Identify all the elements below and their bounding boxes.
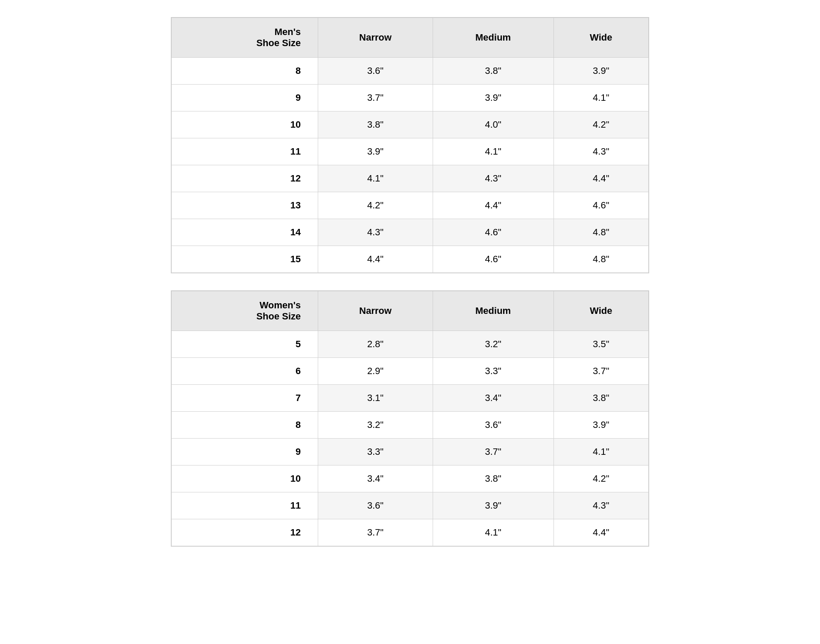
table-row: 5 2.8" 3.2" 3.5" (172, 331, 649, 358)
wide-cell: 3.5" (554, 331, 648, 358)
narrow-cell: 3.9" (318, 138, 433, 165)
table-row: 10 3.8" 4.0" 4.2" (172, 111, 649, 138)
narrow-cell: 3.2" (318, 412, 433, 439)
table-row: 8 3.2" 3.6" 3.9" (172, 412, 649, 439)
narrow-cell: 4.4" (318, 246, 433, 273)
medium-cell: 4.6" (433, 219, 554, 246)
narrow-cell: 3.4" (318, 465, 433, 492)
medium-cell: 3.8" (433, 465, 554, 492)
women-size-column-header: Women's Shoe Size (172, 291, 318, 331)
men-size-column-header: Men's Shoe Size (172, 18, 318, 58)
women-narrow-column-header: Narrow (318, 291, 433, 331)
size-cell: 14 (172, 219, 318, 246)
table-row: 14 4.3" 4.6" 4.8" (172, 219, 649, 246)
medium-cell: 3.7" (433, 439, 554, 465)
men-table-header-row: Men's Shoe Size Narrow Medium Wide (172, 18, 649, 58)
narrow-cell: 2.9" (318, 358, 433, 385)
medium-cell: 4.0" (433, 111, 554, 138)
wide-cell: 4.3" (554, 492, 648, 519)
medium-cell: 3.8" (433, 58, 554, 85)
table-row: 10 3.4" 3.8" 4.2" (172, 465, 649, 492)
wide-cell: 4.2" (554, 465, 648, 492)
size-cell: 7 (172, 385, 318, 412)
medium-cell: 3.4" (433, 385, 554, 412)
women-shoe-size-table: Women's Shoe Size Narrow Medium Wide 5 2… (171, 290, 649, 547)
size-cell: 10 (172, 111, 318, 138)
men-shoe-size-table: Men's Shoe Size Narrow Medium Wide 8 3.6… (171, 17, 649, 273)
medium-cell: 4.4" (433, 192, 554, 219)
medium-cell: 4.6" (433, 246, 554, 273)
narrow-cell: 3.7" (318, 85, 433, 111)
wide-cell: 4.4" (554, 519, 648, 546)
wide-cell: 4.2" (554, 111, 648, 138)
wide-cell: 3.7" (554, 358, 648, 385)
medium-cell: 3.2" (433, 331, 554, 358)
wide-cell: 4.8" (554, 246, 648, 273)
medium-cell: 4.3" (433, 165, 554, 192)
medium-cell: 3.9" (433, 85, 554, 111)
table-row: 9 3.7" 3.9" 4.1" (172, 85, 649, 111)
wide-cell: 4.1" (554, 85, 648, 111)
narrow-cell: 2.8" (318, 331, 433, 358)
women-table-header-row: Women's Shoe Size Narrow Medium Wide (172, 291, 649, 331)
wide-cell: 4.8" (554, 219, 648, 246)
wide-cell: 3.8" (554, 385, 648, 412)
size-cell: 5 (172, 331, 318, 358)
men-narrow-column-header: Narrow (318, 18, 433, 58)
table-row: 12 4.1" 4.3" 4.4" (172, 165, 649, 192)
narrow-cell: 3.3" (318, 439, 433, 465)
size-cell: 11 (172, 138, 318, 165)
size-cell: 12 (172, 519, 318, 546)
medium-cell: 3.6" (433, 412, 554, 439)
table-row: 13 4.2" 4.4" 4.6" (172, 192, 649, 219)
table-row: 15 4.4" 4.6" 4.8" (172, 246, 649, 273)
wide-cell: 3.9" (554, 412, 648, 439)
size-cell: 8 (172, 412, 318, 439)
size-cell: 11 (172, 492, 318, 519)
wide-cell: 4.3" (554, 138, 648, 165)
size-cell: 15 (172, 246, 318, 273)
size-cell: 9 (172, 439, 318, 465)
size-cell: 6 (172, 358, 318, 385)
table-row: 8 3.6" 3.8" 3.9" (172, 58, 649, 85)
narrow-cell: 3.8" (318, 111, 433, 138)
wide-cell: 4.1" (554, 439, 648, 465)
wide-cell: 4.4" (554, 165, 648, 192)
size-cell: 10 (172, 465, 318, 492)
narrow-cell: 3.7" (318, 519, 433, 546)
table-row: 12 3.7" 4.1" 4.4" (172, 519, 649, 546)
medium-cell: 3.3" (433, 358, 554, 385)
size-cell: 9 (172, 85, 318, 111)
narrow-cell: 4.2" (318, 192, 433, 219)
medium-cell: 3.9" (433, 492, 554, 519)
women-medium-column-header: Medium (433, 291, 554, 331)
table-row: 9 3.3" 3.7" 4.1" (172, 439, 649, 465)
women-wide-column-header: Wide (554, 291, 648, 331)
narrow-cell: 3.6" (318, 58, 433, 85)
size-cell: 8 (172, 58, 318, 85)
table-row: 11 3.6" 3.9" 4.3" (172, 492, 649, 519)
table-row: 6 2.9" 3.3" 3.7" (172, 358, 649, 385)
wide-cell: 4.6" (554, 192, 648, 219)
narrow-cell: 4.1" (318, 165, 433, 192)
table-row: 11 3.9" 4.1" 4.3" (172, 138, 649, 165)
size-cell: 13 (172, 192, 318, 219)
narrow-cell: 4.3" (318, 219, 433, 246)
narrow-cell: 3.1" (318, 385, 433, 412)
medium-cell: 4.1" (433, 519, 554, 546)
wide-cell: 3.9" (554, 58, 648, 85)
table-row: 7 3.1" 3.4" 3.8" (172, 385, 649, 412)
men-medium-column-header: Medium (433, 18, 554, 58)
narrow-cell: 3.6" (318, 492, 433, 519)
size-cell: 12 (172, 165, 318, 192)
men-wide-column-header: Wide (554, 18, 648, 58)
medium-cell: 4.1" (433, 138, 554, 165)
